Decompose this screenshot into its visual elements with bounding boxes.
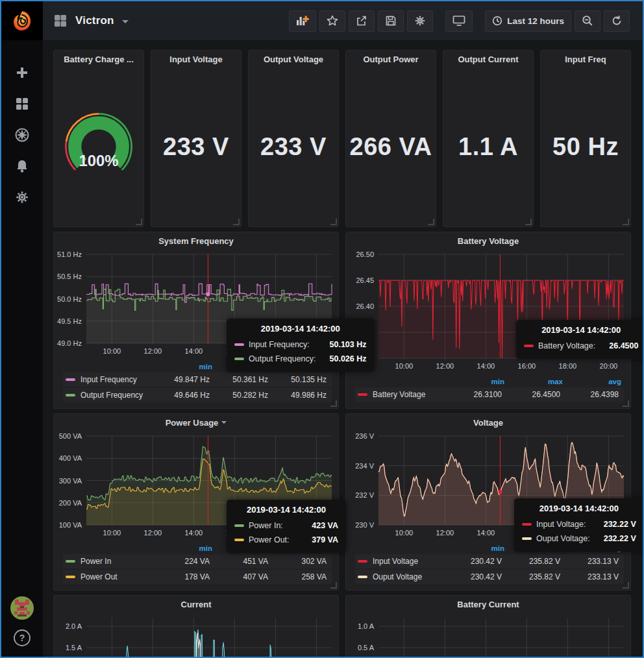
tooltip-timestamp: 2019-03-14 14:42:00 — [234, 324, 367, 334]
svg-text:100 VA: 100 VA — [59, 521, 82, 529]
help-button[interactable]: ? — [1, 628, 43, 648]
series-color-swatch — [234, 343, 244, 346]
panel-title[interactable]: Voltage — [346, 414, 630, 431]
legend-col-min[interactable]: min — [449, 544, 507, 552]
legend-col-min[interactable]: min — [156, 544, 215, 552]
add-panel-icon — [296, 15, 309, 27]
chart-tooltip-power-usage: 2019-03-14 14:42:00Power In:423 VAPower … — [227, 500, 346, 553]
panel-title[interactable]: Battery Charge ... — [54, 51, 143, 67]
sidebar-item-configuration[interactable] — [1, 189, 43, 205]
legend-col-min[interactable]: min — [449, 378, 507, 385]
panel-title[interactable]: Input Voltage — [151, 51, 241, 67]
legend-col-max[interactable]: max — [507, 378, 565, 385]
legend-series-toggle[interactable]: Input Voltage — [358, 557, 446, 566]
gear-icon — [15, 190, 29, 204]
legend-series-toggle[interactable]: Power Out — [66, 572, 154, 581]
svg-text:200 VA: 200 VA — [59, 499, 82, 507]
legend-series-toggle[interactable]: Battery Voltage — [358, 390, 446, 399]
panel-resize-handle[interactable] — [136, 219, 142, 225]
panel-resize-handle[interactable] — [623, 219, 629, 225]
svg-text:50.5 Hz: 50.5 Hz — [57, 273, 82, 280]
svg-text:50.0 Hz: 50.0 Hz — [57, 295, 82, 303]
legend-series-toggle[interactable]: Power In — [66, 557, 154, 566]
save-button[interactable] — [378, 10, 404, 32]
chart-legend: minmaxavgBattery Voltage26.310026.450026… — [346, 376, 630, 402]
chart-panel-battery-current: Battery Current1.0 A0.5 A0 A — [345, 595, 631, 658]
legend-stat-value: 50.135 Hz — [271, 375, 329, 384]
svg-text:230 V: 230 V — [355, 521, 374, 529]
panel-title[interactable]: Current — [54, 596, 338, 613]
legend-series-toggle[interactable]: Input Frequency — [66, 375, 154, 384]
panel-title[interactable]: Output Power — [346, 51, 436, 67]
legend-series-toggle[interactable]: Output Frequency — [66, 391, 154, 400]
panel-resize-handle[interactable] — [623, 400, 629, 407]
sidebar-item-explore[interactable] — [1, 127, 43, 143]
legend-stat-value: 230.42 V — [446, 572, 504, 581]
svg-text:14:00: 14:00 — [185, 529, 203, 537]
chart-plot-current[interactable]: 2.0 A1.5 A1.0 A0.5 A — [54, 613, 338, 658]
legend-stat-value: 26.4398 — [563, 390, 621, 399]
tooltip-row: Output Frequency:50.026 Hz — [234, 352, 367, 366]
series-color-swatch — [524, 345, 534, 347]
dashboard-title[interactable]: Victron — [75, 14, 114, 27]
legend-series-toggle[interactable]: Ouput Voltage — [358, 572, 446, 581]
panel-title[interactable]: Output Voltage — [249, 51, 338, 67]
panel-resize-handle[interactable] — [330, 582, 337, 589]
panel-resize-handle[interactable] — [525, 219, 532, 225]
sidebar-item-create[interactable] — [1, 65, 43, 80]
share-button[interactable] — [349, 10, 375, 32]
legend-stat-value: 302 VA — [271, 557, 329, 566]
panel-title[interactable]: Input Freq — [541, 51, 630, 67]
svg-text:232 V: 232 V — [355, 491, 374, 499]
cycle-view-button[interactable] — [445, 10, 473, 32]
dashboards-grid-icon — [15, 97, 29, 111]
sidebar: ? — [1, 1, 43, 657]
panel-title[interactable]: Power Usage — [54, 414, 338, 431]
panel-resize-handle[interactable] — [330, 219, 337, 225]
dashboard-settings-button[interactable] — [407, 10, 433, 32]
save-icon — [385, 15, 397, 27]
panel-resize-handle[interactable] — [428, 219, 434, 225]
refresh-button[interactable] — [604, 10, 630, 32]
panel-resize-handle[interactable] — [233, 219, 240, 225]
legend-stat-value: 407 VA — [212, 572, 271, 581]
svg-text:12:00: 12:00 — [144, 529, 162, 537]
chart-plot-battery-current[interactable]: 1.0 A0.5 A0 A — [346, 613, 630, 658]
add-panel-button[interactable] — [289, 10, 316, 32]
legend-col-avg[interactable]: avg — [565, 378, 624, 385]
svg-text:14:00: 14:00 — [185, 347, 203, 355]
legend-row: Power In224 VA451 VA302 VA — [63, 554, 332, 568]
svg-text:10:00: 10:00 — [103, 529, 121, 537]
legend-stat-value: 258 VA — [271, 572, 329, 581]
panel-title[interactable]: System Frequency — [54, 232, 338, 249]
grafana-flame-icon — [11, 10, 33, 32]
avatar-image — [10, 596, 34, 620]
svg-text:100%: 100% — [79, 152, 118, 169]
panel-title[interactable]: Output Current — [443, 51, 533, 67]
legend-row: Input Frequency49.847 Hz50.361 Hz50.135 … — [63, 372, 332, 387]
svg-text:12:00: 12:00 — [436, 362, 454, 370]
chevron-down-icon[interactable] — [122, 20, 129, 23]
sidebar-item-alerting[interactable] — [1, 158, 43, 174]
legend-stat-value: 26.4500 — [504, 390, 563, 399]
svg-text:26.50: 26.50 — [356, 250, 374, 258]
zoom-out-button[interactable] — [575, 10, 601, 32]
panel-title[interactable]: Battery Current — [346, 596, 630, 613]
tooltip-row: Ouput Voltage:232.22 V — [522, 531, 636, 546]
plus-icon — [15, 66, 29, 80]
panel-resize-handle[interactable] — [623, 582, 629, 589]
svg-text:2.0 A: 2.0 A — [66, 622, 82, 630]
user-avatar[interactable] — [1, 596, 43, 620]
legend-row: Power Out178 VA407 VA258 VA — [63, 570, 332, 584]
sidebar-item-dashboards[interactable] — [1, 96, 43, 112]
svg-text:?: ? — [19, 633, 25, 643]
legend-col-min[interactable]: min — [156, 363, 215, 371]
time-range-picker[interactable]: Last 12 hours — [485, 10, 571, 32]
stat-panel-input-freq: Input Freq50 Hz — [540, 50, 631, 227]
panel-title[interactable]: Battery Voltage — [346, 232, 630, 249]
grafana-logo[interactable] — [1, 1, 43, 40]
panel-resize-handle[interactable] — [330, 400, 337, 407]
dashboard-grid-icon — [53, 14, 68, 28]
svg-text:10:00: 10:00 — [103, 347, 121, 355]
star-button[interactable] — [319, 10, 345, 32]
